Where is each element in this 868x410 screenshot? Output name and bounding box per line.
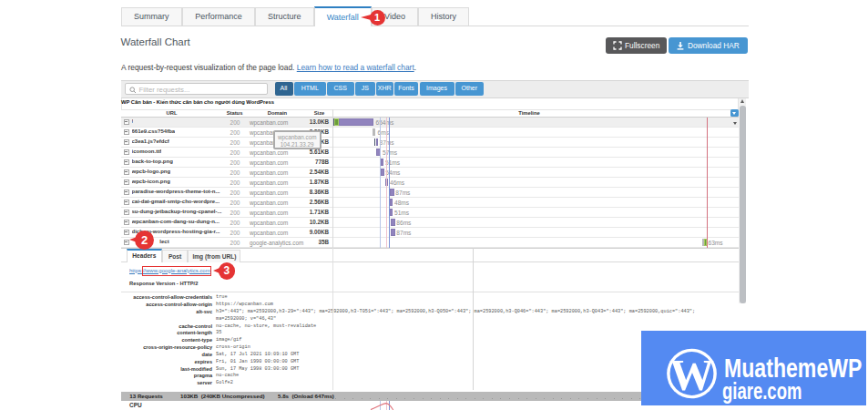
svg-text:W: W	[669, 350, 713, 400]
